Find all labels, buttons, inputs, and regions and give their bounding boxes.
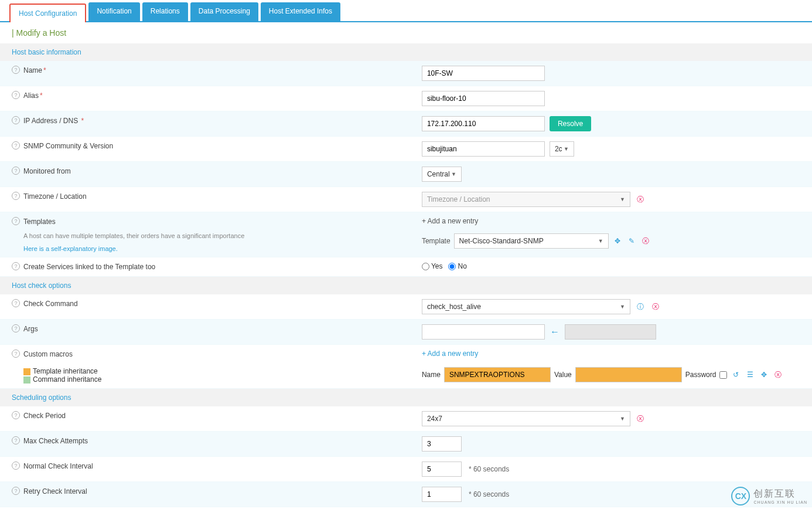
tab-host-configuration[interactable]: Host Configuration: [9, 4, 86, 22]
template-label: Template: [422, 237, 451, 245]
watermark: CX 创新互联 CHUANG XIN HU LIAN: [731, 487, 807, 505]
undo-icon[interactable]: ↺: [731, 369, 741, 380]
tabs-bar: Host Configuration Notification Relation…: [0, 0, 812, 22]
section-basic-info: Host basic information: [0, 43, 812, 61]
templates-help-link[interactable]: Here is a self-explanatory image.: [23, 245, 118, 252]
macro-password-checkbox[interactable]: [719, 371, 727, 379]
macro-name-label: Name: [422, 371, 441, 379]
section-check-options: Host check options: [0, 277, 812, 294]
resolve-button[interactable]: Resolve: [550, 116, 591, 131]
edit-icon[interactable]: ✎: [626, 236, 637, 246]
label-custom-macros: Custom macros: [23, 349, 73, 359]
section-scheduling: Scheduling options: [0, 389, 812, 406]
label-check-period: Check Period: [23, 411, 66, 420]
ip-input[interactable]: [422, 116, 545, 131]
help-icon[interactable]: ?: [12, 217, 20, 225]
help-icon[interactable]: ?: [12, 487, 20, 495]
label-check-command: Check Command: [23, 299, 78, 308]
arrow-left-icon[interactable]: ←: [550, 327, 560, 337]
move-icon[interactable]: ✥: [612, 236, 623, 246]
args-input[interactable]: [422, 324, 545, 340]
remove-icon[interactable]: ⓧ: [773, 369, 783, 380]
interval-suffix: * 60 seconds: [469, 490, 509, 498]
info-icon[interactable]: ⓘ: [635, 301, 646, 312]
label-retry-interval: Retry Check Interval: [23, 487, 87, 496]
page-title: | Modify a Host: [0, 22, 812, 43]
args-readonly-box: [565, 324, 656, 340]
check-period-select[interactable]: 24x7▼: [422, 411, 630, 426]
legend-command-inheritance: Command inheritance: [23, 375, 101, 384]
alias-input[interactable]: [422, 91, 545, 106]
remove-icon[interactable]: ⓧ: [640, 236, 651, 246]
radio-yes[interactable]: Yes: [422, 262, 443, 270]
label-args: Args: [23, 324, 38, 334]
help-icon[interactable]: ?: [12, 141, 20, 150]
add-macro-link[interactable]: + Add a new entry: [422, 349, 478, 358]
remove-icon[interactable]: ⓧ: [635, 413, 646, 424]
normal-interval-input[interactable]: [422, 462, 462, 477]
watermark-text: 创新互联: [753, 488, 807, 500]
legend-template-inheritance: Template inheritance: [23, 367, 101, 375]
help-icon[interactable]: ?: [12, 299, 20, 307]
max-attempts-input[interactable]: [422, 436, 462, 452]
label-max-attempts: Max Check Attempts: [23, 436, 88, 446]
template-select[interactable]: Net-Cisco-Standard-SNMP▼: [454, 233, 609, 249]
label-timezone: Timezone / Location: [23, 192, 87, 201]
macro-password-label: Password: [685, 371, 717, 379]
radio-no[interactable]: No: [448, 262, 466, 270]
interval-suffix: * 60 seconds: [469, 465, 509, 473]
help-icon[interactable]: ?: [12, 167, 20, 175]
remove-icon[interactable]: ⓧ: [635, 194, 646, 205]
help-icon[interactable]: ?: [12, 349, 20, 358]
label-name: Name*: [23, 66, 46, 75]
retry-interval-input[interactable]: [422, 487, 462, 502]
help-icon[interactable]: ?: [12, 262, 20, 270]
tab-notification[interactable]: Notification: [88, 2, 139, 21]
label-snmp: SNMP Community & Version: [23, 141, 113, 151]
help-icon[interactable]: ?: [12, 462, 20, 470]
monitored-select[interactable]: Central▼: [422, 167, 462, 182]
label-create-services: Create Services linked to the Template t…: [23, 262, 155, 272]
tab-host-extended-infos[interactable]: Host Extended Infos: [261, 2, 340, 21]
check-command-select[interactable]: check_host_alive▼: [422, 299, 630, 314]
help-icon[interactable]: ?: [12, 66, 20, 74]
help-icon[interactable]: ?: [12, 91, 20, 99]
label-monitored: Monitored from: [23, 167, 71, 176]
label-ip: IP Address / DNS *: [23, 116, 84, 125]
label-alias: Alias*: [23, 91, 43, 100]
snmp-community-input[interactable]: [422, 141, 545, 157]
name-input[interactable]: [422, 66, 545, 81]
help-icon[interactable]: ?: [12, 411, 20, 419]
label-normal-interval: Normal Check Interval: [23, 462, 93, 471]
timezone-select[interactable]: Timezone / Location▼: [422, 192, 630, 207]
macro-value-label: Value: [554, 371, 572, 379]
list-icon[interactable]: ☰: [745, 369, 755, 380]
help-icon[interactable]: ?: [12, 324, 20, 332]
macro-name-input[interactable]: [444, 367, 551, 382]
help-icon[interactable]: ?: [12, 436, 20, 444]
move-icon[interactable]: ✥: [759, 369, 769, 380]
tab-relations[interactable]: Relations: [142, 2, 188, 21]
templates-subtext: A host can have multiple templates, thei…: [23, 232, 244, 239]
help-icon[interactable]: ?: [12, 192, 20, 200]
snmp-version-select[interactable]: 2c▼: [550, 141, 574, 157]
watermark-logo-icon: CX: [731, 487, 750, 505]
label-templates: Templates: [23, 217, 56, 226]
tab-data-processing[interactable]: Data Processing: [190, 2, 258, 21]
watermark-subtext: CHUANG XIN HU LIAN: [753, 500, 807, 504]
help-icon[interactable]: ?: [12, 116, 20, 124]
remove-icon[interactable]: ⓧ: [650, 301, 661, 312]
add-template-link[interactable]: + Add a new entry: [422, 217, 478, 225]
macro-value-input[interactable]: [575, 367, 682, 382]
